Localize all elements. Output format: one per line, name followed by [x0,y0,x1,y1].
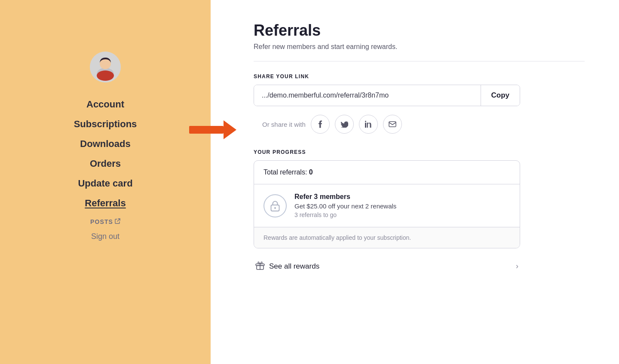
share-link-label: SHARE YOUR LINK [254,73,585,80]
progress-note: Rewards are automatically applied to you… [254,227,520,248]
progress-box: Total referrals: 0 Refer 3 members Get $… [254,160,520,248]
reward-description: Get $25.00 off your next 2 renewals [294,202,510,210]
sidebar: Account Subscriptions Downloads Orders U… [0,0,211,364]
avatar [90,52,121,83]
total-referrals-label: Total referrals: [264,168,307,176]
sidebar-item-downloads[interactable]: Downloads [0,136,211,152]
svg-point-3 [97,70,114,81]
gift-icon [255,260,265,272]
twitter-share-button[interactable] [335,115,354,134]
share-prefix: Or share it with [262,121,306,128]
email-share-button[interactable] [383,115,402,134]
see-all-rewards-link[interactable]: See all rewards › [254,257,520,275]
sidebar-item-posts[interactable]: POSTS [90,218,120,225]
reward-title: Refer 3 members [294,193,510,201]
sidebar-item-referrals[interactable]: Referrals [0,195,211,211]
reward-row: Refer 3 members Get $25.00 off your next… [254,184,520,227]
see-all-rewards-label: See all rewards [269,262,512,271]
reward-togo: 3 referrals to go [294,211,510,218]
page-title: Referrals [254,21,585,40]
arrow-indicator [189,120,236,139]
facebook-share-button[interactable] [311,115,330,134]
total-referrals-row: Total referrals: 0 [254,161,520,184]
chevron-right-icon: › [516,262,518,271]
share-link-row: Copy [254,85,520,106]
total-referrals-value: 0 [309,168,313,176]
copy-button[interactable]: Copy [481,85,520,106]
svg-point-6 [274,207,276,209]
sign-out-link[interactable]: Sign out [91,232,120,241]
sidebar-item-orders[interactable]: Orders [0,156,211,172]
reward-info: Refer 3 members Get $25.00 off your next… [294,193,510,218]
main-content: Referrals Refer new members and start ea… [211,0,619,364]
sidebar-item-account[interactable]: Account [0,96,211,113]
linkedin-share-button[interactable] [359,115,378,134]
sidebar-item-update-card[interactable]: Update card [0,175,211,192]
referral-url-input[interactable] [254,85,481,106]
sidebar-item-subscriptions[interactable]: Subscriptions [0,116,211,132]
share-icons-row: Or share it with [262,115,585,134]
external-link-icon [115,218,120,225]
svg-rect-4 [389,122,396,127]
page-subtitle: Refer new members and start earning rewa… [254,43,585,51]
lock-icon-circle [264,194,287,217]
progress-section-label: YOUR PROGRESS [254,149,585,155]
nav-list: Account Subscriptions Downloads Orders U… [0,96,211,215]
divider [254,61,585,61]
